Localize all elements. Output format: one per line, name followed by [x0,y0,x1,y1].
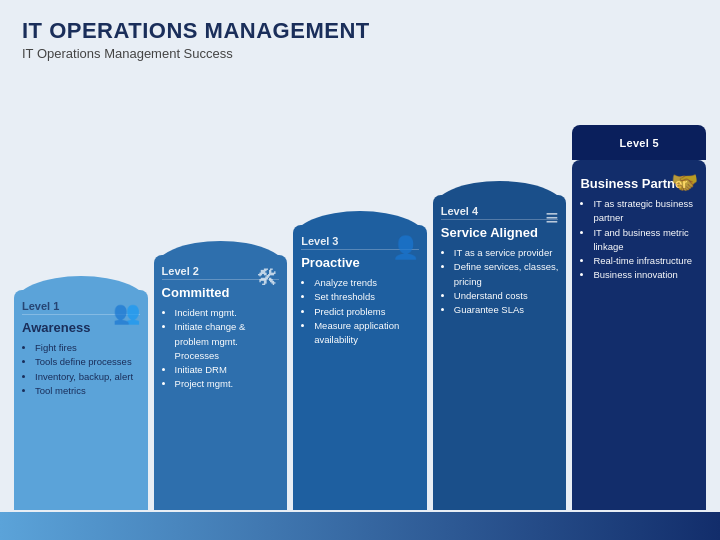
level-icon-2: 🛠 [257,265,279,291]
list-item: Project mgmt. [175,377,280,391]
list-item: Guarantee SLAs [454,303,559,317]
bottom-bar [0,512,720,540]
list-item: IT as a service provider [454,246,559,260]
list-item: Inventory, backup, alert [35,370,140,384]
list-item: IT and business metric linkage [593,226,698,255]
list-item: Tools define processes [35,355,140,369]
list-item: Understand costs [454,289,559,303]
level-block-1: Level 1👥AwarenessFight firesTools define… [14,290,148,510]
page-header: IT OPERATIONS MANAGEMENT IT Operations M… [0,0,720,67]
list-item: Analyze trends [314,276,419,290]
list-item: IT as strategic business partner [593,197,698,226]
list-item: Fight fires [35,341,140,355]
list-item: Define services, classes, pricing [454,260,559,289]
list-item: Measure application availability [314,319,419,348]
list-item: Business innovation [593,268,698,282]
level-bullets-4: IT as a service providerDefine services,… [441,246,559,317]
level-block-2: Level 2🛠CommittedIncident mgmt.Initiate … [154,255,288,510]
levels-container: Level 1👥AwarenessFight firesTools define… [14,160,706,510]
level-icon-3: 👤 [392,235,419,261]
list-item: Real-time infrastructure [593,254,698,268]
level-block-4: Level 4≡Service AlignedIT as a service p… [433,195,567,510]
list-item: Initiate DRM [175,363,280,377]
level-icon-5: 🤝 [671,170,698,196]
level-icon-1: 👥 [113,300,140,326]
list-item: Initiate change & problem mgmt. Processe… [175,320,280,363]
level-block-5: Level 5🤝Business PartnerIT as strategic … [572,160,706,510]
list-item: Set thresholds [314,290,419,304]
list-item: Tool metrics [35,384,140,398]
page-title: IT OPERATIONS MANAGEMENT [22,18,698,44]
level-bullets-3: Analyze trendsSet thresholdsPredict prob… [301,276,419,347]
list-item: Predict problems [314,305,419,319]
level-name-4: Service Aligned [441,225,559,240]
level5-ribbon: Level 5 [572,125,706,160]
level-label-4: Level 4 [441,205,559,217]
level-bullets-5: IT as strategic business partnerIT and b… [580,197,698,283]
level-bullets-2: Incident mgmt.Initiate change & problem … [162,306,280,392]
list-item: Incident mgmt. [175,306,280,320]
page-subtitle: IT Operations Management Success [22,46,698,61]
level-bullets-1: Fight firesTools define processesInvento… [22,341,140,398]
level-icon-4: ≡ [546,205,559,231]
level-block-3: Level 3👤ProactiveAnalyze trendsSet thres… [293,225,427,510]
